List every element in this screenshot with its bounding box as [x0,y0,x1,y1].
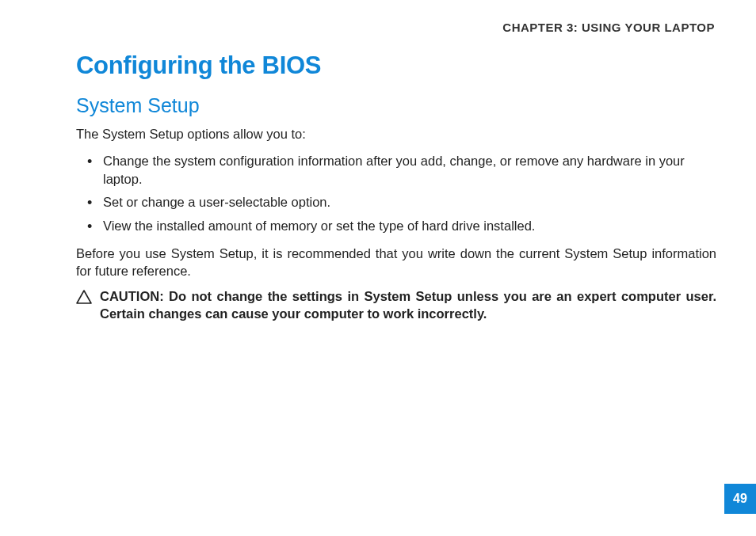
intro-text: The System Setup options allow you to: [76,125,716,143]
page-number-tab: 49 [724,484,756,514]
caution-text: CAUTION: Do not change the settings in S… [100,287,716,323]
chapter-header: CHAPTER 3: USING YOUR LAPTOP [76,21,716,34]
page-title: Configuring the BIOS [76,51,716,80]
document-page: CHAPTER 3: USING YOUR LAPTOP Configuring… [0,0,756,323]
list-item: View the installed amount of memory or s… [87,217,716,235]
bullet-list: Change the system configuration informat… [76,152,716,234]
list-item: Set or change a user-selectable option. [87,193,716,211]
warning-triangle-icon [76,290,92,307]
section-subtitle: System Setup [76,94,716,117]
caution-block: CAUTION: Do not change the settings in S… [76,287,716,323]
recommendation-text: Before you use System Setup, it is recom… [76,245,716,280]
page-number: 49 [733,492,747,506]
list-item: Change the system configuration informat… [87,152,716,188]
